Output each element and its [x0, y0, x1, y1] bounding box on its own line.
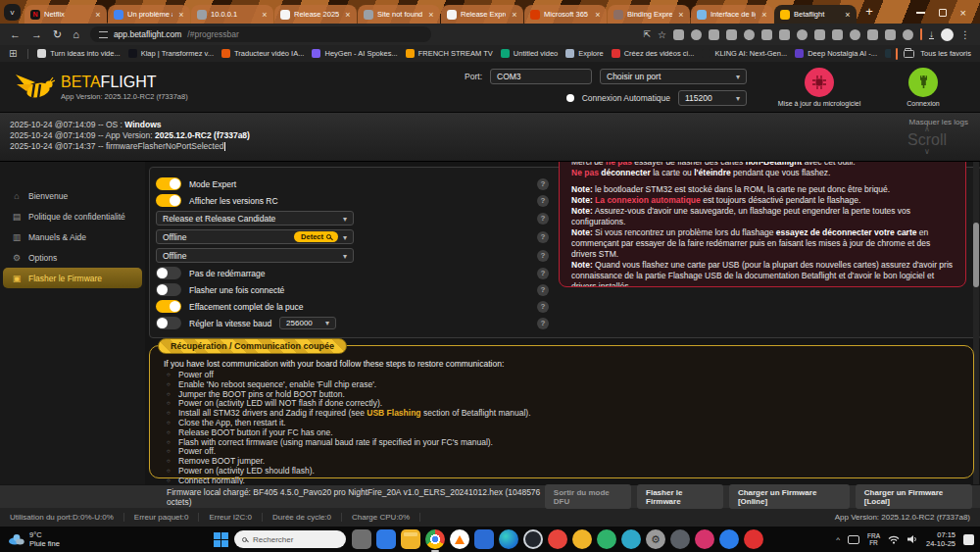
reload-icon[interactable]: ↻ — [53, 29, 62, 40]
notebook-extension-icon[interactable] — [744, 29, 755, 40]
bookmark-item[interactable]: Traducteur vidéo IA... — [221, 49, 304, 58]
apps-grid-icon[interactable]: ⊞ — [9, 48, 17, 59]
bookmark-star-icon[interactable]: ☆ — [658, 29, 666, 40]
help-icon[interactable] — [537, 318, 549, 329]
browser-tab[interactable]: Binding ExpressLR× — [608, 5, 690, 24]
app-icon-red[interactable] — [548, 529, 567, 549]
toggle-switch[interactable] — [156, 194, 181, 207]
bookmark-item[interactable]: Turn ideas into vide... — [37, 49, 120, 58]
auto-connect-toggle[interactable] — [566, 94, 574, 102]
chrome-icon[interactable] — [425, 529, 445, 549]
browser-tab[interactable]: Microsoft 365 Co× — [524, 5, 607, 24]
task-view-icon[interactable] — [352, 529, 371, 549]
browser-tab[interactable]: Betaflight× — [774, 5, 857, 24]
vlc-icon[interactable] — [450, 529, 469, 549]
app-icon-green[interactable] — [597, 529, 616, 549]
tab-search-icon[interactable] — [4, 4, 21, 21]
back-icon[interactable]: ← — [10, 29, 21, 40]
capture-extension-icon[interactable] — [797, 29, 808, 40]
help-icon[interactable] — [537, 250, 549, 262]
obs-icon[interactable] — [523, 529, 543, 549]
toggle-switch[interactable] — [156, 317, 181, 329]
sidebar-item-flasher-le-firmware[interactable]: ▣Flasher le Firmware — [3, 268, 142, 288]
store-icon[interactable] — [376, 529, 396, 549]
detect-button[interactable]: Detect — [294, 231, 338, 242]
key-extension-icon[interactable] — [673, 29, 684, 40]
touch-keyboard-icon[interactable] — [848, 535, 859, 544]
help-icon[interactable] — [537, 231, 549, 243]
toggle-switch[interactable] — [156, 300, 181, 313]
help-icon[interactable] — [537, 284, 549, 296]
bookmark-item[interactable]: Klap | Transformez v... — [128, 49, 214, 58]
toggle-switch[interactable] — [156, 177, 181, 190]
footer-button-charger-un-firmware-local-[interactable]: Charger un Firmware [Local] — [856, 484, 972, 509]
tab-close-icon[interactable]: × — [176, 10, 186, 20]
tab-close-icon[interactable]: × — [426, 10, 436, 20]
word-icon[interactable] — [474, 529, 494, 549]
taskbar-search[interactable]: Rechercher — [234, 530, 346, 548]
tab-close-icon[interactable]: × — [343, 10, 353, 20]
help-icon[interactable] — [537, 178, 549, 190]
tab-close-icon[interactable]: × — [760, 10, 769, 20]
all-favorites-label[interactable]: Tous les favoris — [920, 49, 971, 58]
history-extension-icon[interactable] — [761, 29, 772, 40]
tab-close-icon[interactable]: × — [593, 10, 603, 20]
browser-tab[interactable]: Site not found · G× — [358, 5, 440, 24]
bookmark-item[interactable]: Perplexité — [885, 49, 891, 58]
chip-icon[interactable] — [805, 68, 834, 97]
port-select[interactable]: Choisir un port — [600, 69, 747, 84]
link-extension-icon[interactable] — [850, 29, 860, 40]
address-bar[interactable]: app.betaflight.com /#progressbar — [90, 26, 431, 42]
help-icon[interactable] — [537, 195, 549, 207]
firmware-select[interactable]: Release et Release Candidate — [156, 211, 354, 226]
tab-close-icon[interactable]: × — [93, 10, 103, 20]
browser-tab[interactable]: NNetflix× — [24, 5, 107, 24]
toggle-switch[interactable] — [156, 283, 181, 296]
baud-rate-select[interactable]: 256000 — [279, 317, 336, 329]
tab-close-icon[interactable]: × — [843, 10, 853, 20]
code-extension-icon[interactable] — [903, 29, 913, 40]
weather-widget[interactable]: 9°C Pluie fine — [8, 530, 60, 548]
close-icon[interactable]: × — [960, 8, 966, 18]
firmware-update-button[interactable]: Mise à jour du micrologiciel — [772, 68, 866, 107]
sidebar-item-politique-de-confidentialit-[interactable]: ▤Politique de confidentialité — [0, 206, 145, 226]
app-icon-blue[interactable] — [719, 529, 739, 549]
wallet-extension-icon[interactable] — [691, 29, 702, 40]
firmware-select[interactable]: Offline — [156, 248, 354, 263]
bookmark-item[interactable]: Untitled video — [501, 49, 558, 58]
edge-icon[interactable] — [499, 529, 518, 549]
reading-list-extension-icon[interactable] — [832, 29, 843, 40]
forward-icon[interactable]: → — [31, 29, 42, 40]
download-icon[interactable]: ↓ — [929, 29, 934, 39]
trash-extension-icon[interactable] — [779, 29, 790, 40]
baud-select[interactable]: 115200 — [678, 90, 747, 106]
tab-close-icon[interactable]: × — [676, 10, 686, 20]
maximize-icon[interactable] — [939, 9, 947, 17]
footer-button-flasher-le-firmware[interactable]: Flasher le Firmware — [637, 484, 723, 509]
language-indicator[interactable]: FRAFR — [867, 532, 880, 547]
settings-gear-icon[interactable]: ⚙ — [646, 529, 665, 549]
site-settings-icon[interactable] — [99, 31, 108, 38]
browser-tab[interactable]: Release ExpressL× — [441, 5, 523, 24]
sidebar-item-manuels-aide[interactable]: ▥Manuels & Aide — [0, 226, 145, 247]
footer-button-sortir-du-mode-dfu[interactable]: Sortir du mode DFU — [545, 484, 631, 509]
help-icon[interactable] — [537, 268, 549, 279]
browser-tab[interactable]: Release 2025.12.0× — [274, 5, 357, 24]
location-extension-icon[interactable] — [709, 29, 719, 40]
browser-tab[interactable]: 10.0.0.1× — [191, 5, 273, 24]
sidebar-item-options[interactable]: ⚙Options — [0, 247, 145, 268]
bookmark-item[interactable]: HeyGen - AI Spokes... — [312, 49, 397, 58]
footer-button-charger-un-firmware-online-[interactable]: Charger un Firmware [Online] — [729, 484, 850, 509]
clock[interactable]: 07:1524-10-25 — [926, 530, 956, 548]
app-icon-teal[interactable] — [621, 529, 641, 549]
tray-chevron-up-icon[interactable]: ^ — [836, 535, 840, 544]
profile-avatar[interactable] — [941, 28, 954, 41]
connect-button[interactable]: Connexion — [876, 68, 970, 107]
star-badge-extension-icon[interactable] — [726, 29, 737, 40]
file-explorer-icon[interactable] — [401, 529, 420, 549]
tab-close-icon[interactable]: × — [510, 10, 519, 20]
bookmark-item[interactable]: KLING AI: Next-Gen... — [702, 49, 787, 58]
bookmark-item[interactable]: Explore — [565, 49, 603, 58]
help-icon[interactable] — [537, 213, 549, 225]
start-button[interactable] — [214, 532, 228, 547]
